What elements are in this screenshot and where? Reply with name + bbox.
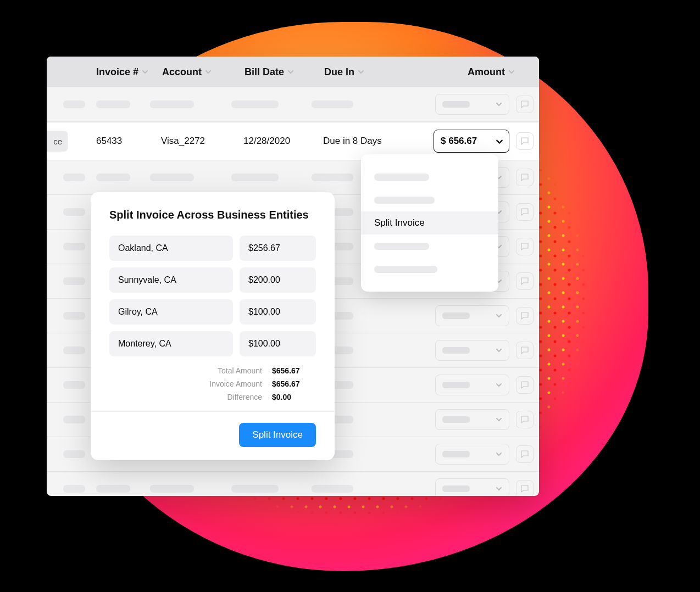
placeholder-cell bbox=[63, 416, 85, 423]
amount-select[interactable] bbox=[435, 478, 509, 496]
amount-select[interactable] bbox=[435, 305, 509, 326]
speech-bubble-icon bbox=[520, 242, 530, 252]
column-header-due-in[interactable]: Due In bbox=[324, 66, 429, 78]
placeholder-cell bbox=[442, 382, 470, 388]
invoice-table-panel: Invoice # Account Bill Date Due In Amoun… bbox=[47, 57, 539, 496]
table-header: Invoice # Account Bill Date Due In Amoun… bbox=[47, 57, 539, 87]
placeholder-cell bbox=[150, 100, 194, 108]
field-value: Sunnyvale, CA bbox=[118, 275, 176, 285]
placeholder-cell bbox=[63, 277, 85, 285]
split-entity-row: Gilroy, CA$100.00 bbox=[109, 299, 316, 325]
cell-bill-date: 12/28/2020 bbox=[243, 136, 323, 147]
entity-amount-field[interactable]: $200.00 bbox=[240, 267, 316, 293]
amount-select[interactable] bbox=[435, 340, 509, 361]
comment-button[interactable] bbox=[516, 238, 534, 255]
entity-amount-field[interactable]: $256.67 bbox=[240, 236, 316, 261]
placeholder-cell bbox=[96, 174, 130, 181]
field-value: Monterey, CA bbox=[118, 339, 171, 349]
field-value: $100.00 bbox=[248, 339, 280, 349]
comment-button[interactable] bbox=[516, 411, 534, 428]
summary-label: Difference bbox=[174, 393, 262, 401]
placeholder-cell bbox=[63, 450, 85, 458]
table-row[interactable] bbox=[47, 87, 539, 122]
summary-label: Total Amount bbox=[174, 366, 262, 375]
column-header-label: Amount bbox=[468, 66, 505, 78]
amount-select[interactable] bbox=[435, 94, 509, 115]
column-header-account[interactable]: Account bbox=[162, 66, 245, 78]
column-header-bill-date[interactable]: Bill Date bbox=[245, 66, 324, 78]
menu-item[interactable] bbox=[361, 234, 498, 258]
comment-button[interactable] bbox=[516, 132, 534, 150]
placeholder-cell bbox=[96, 485, 130, 493]
entity-amount-field[interactable]: $100.00 bbox=[240, 299, 316, 325]
amount-select[interactable] bbox=[435, 444, 509, 465]
total-row: Invoice Amount $656.67 bbox=[109, 379, 316, 388]
summary-label: Invoice Amount bbox=[174, 379, 262, 388]
entity-amount-field[interactable]: $100.00 bbox=[240, 331, 316, 356]
placeholder-cell bbox=[96, 100, 130, 108]
summary-value: $656.67 bbox=[272, 379, 316, 388]
total-row: Difference $0.00 bbox=[109, 393, 316, 401]
speech-bubble-icon bbox=[520, 172, 530, 182]
placeholder-cell bbox=[374, 266, 437, 273]
speech-bubble-icon bbox=[520, 99, 530, 109]
placeholder-cell bbox=[231, 174, 279, 181]
placeholder-cell bbox=[312, 174, 353, 181]
modal-title: Split Invoice Across Business Entities bbox=[109, 209, 316, 221]
entity-location-field[interactable]: Sunnyvale, CA bbox=[109, 267, 233, 293]
comment-button[interactable] bbox=[516, 342, 534, 359]
field-value: $200.00 bbox=[248, 275, 280, 285]
placeholder-cell bbox=[442, 485, 470, 492]
placeholder-cell bbox=[442, 101, 470, 108]
chevron-down-icon bbox=[496, 485, 502, 492]
placeholder-cell bbox=[63, 100, 85, 108]
field-value: Oakland, CA bbox=[118, 243, 168, 253]
menu-item[interactable] bbox=[361, 188, 498, 211]
placeholder-cell bbox=[442, 347, 470, 354]
chevron-down-icon bbox=[508, 69, 515, 75]
placeholder-cell bbox=[63, 381, 85, 389]
comment-button[interactable] bbox=[516, 445, 534, 463]
chevron-down-icon bbox=[496, 451, 502, 457]
menu-item-split-invoice[interactable]: Split Invoice bbox=[361, 211, 498, 234]
comment-button[interactable] bbox=[516, 96, 534, 113]
comment-button[interactable] bbox=[516, 307, 534, 325]
split-invoice-button[interactable]: Split Invoice bbox=[239, 423, 316, 447]
placeholder-cell bbox=[150, 174, 194, 181]
chevron-down-icon bbox=[496, 347, 502, 354]
comment-button[interactable] bbox=[516, 272, 534, 290]
entity-location-field[interactable]: Gilroy, CA bbox=[109, 299, 233, 325]
chevron-down-icon bbox=[358, 69, 364, 75]
field-value: $256.67 bbox=[248, 243, 280, 253]
speech-bubble-icon bbox=[520, 136, 530, 146]
speech-bubble-icon bbox=[520, 415, 530, 425]
comment-button[interactable] bbox=[516, 376, 534, 394]
entity-location-field[interactable]: Oakland, CA bbox=[109, 236, 233, 261]
placeholder-cell bbox=[63, 312, 85, 320]
row-type-badge: ce bbox=[47, 131, 68, 152]
comment-button[interactable] bbox=[516, 169, 534, 186]
cell-invoice: 65433 bbox=[96, 136, 161, 147]
amount-select-active[interactable]: $ 656.67 bbox=[434, 130, 509, 153]
field-value: $100.00 bbox=[248, 307, 280, 317]
summary-value: $0.00 bbox=[272, 393, 316, 401]
speech-bubble-icon bbox=[520, 207, 530, 217]
column-header-label: Account bbox=[162, 66, 202, 78]
table-row[interactable] bbox=[47, 472, 539, 496]
placeholder-cell bbox=[63, 208, 85, 216]
chevron-down-icon bbox=[496, 101, 502, 108]
comment-button[interactable] bbox=[516, 203, 534, 221]
placeholder-cell bbox=[442, 451, 470, 457]
speech-bubble-icon bbox=[520, 345, 530, 355]
column-header-invoice[interactable]: Invoice # bbox=[96, 66, 162, 78]
placeholder-cell bbox=[374, 174, 429, 181]
menu-item[interactable] bbox=[361, 165, 498, 188]
menu-item[interactable] bbox=[361, 258, 498, 281]
comment-button[interactable] bbox=[516, 480, 534, 496]
amount-select[interactable] bbox=[435, 375, 509, 395]
amount-value: $ 656.67 bbox=[441, 136, 477, 147]
column-header-amount[interactable]: Amount bbox=[468, 66, 528, 78]
amount-select[interactable] bbox=[435, 409, 509, 430]
split-entity-row: Sunnyvale, CA$200.00 bbox=[109, 267, 316, 293]
entity-location-field[interactable]: Monterey, CA bbox=[109, 331, 233, 356]
